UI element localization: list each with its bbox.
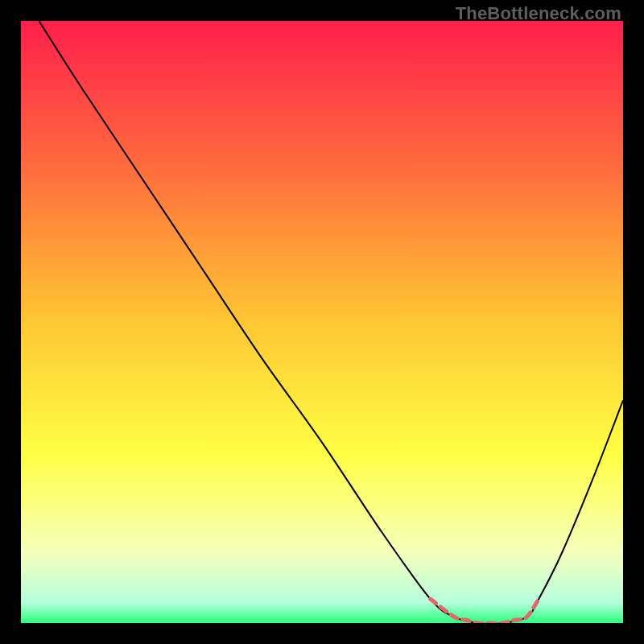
chart-frame: TheBottleneck.com — [0, 0, 644, 644]
chart-svg — [21, 21, 623, 623]
plot-area — [21, 21, 623, 623]
watermark-text: TheBottleneck.com — [456, 3, 621, 24]
gradient-background — [21, 21, 623, 623]
